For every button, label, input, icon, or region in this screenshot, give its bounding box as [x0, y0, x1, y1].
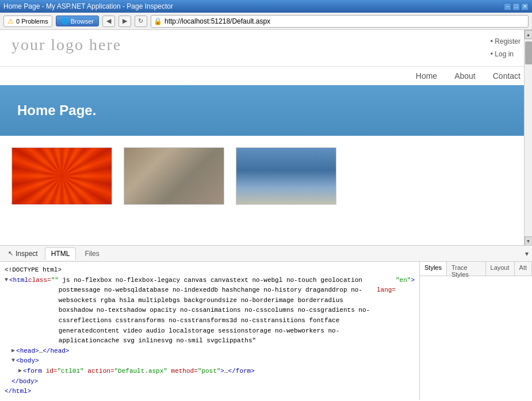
- tab-att[interactable]: Att: [515, 262, 532, 276]
- tab-trace-styles[interactable]: Trace Styles: [447, 262, 486, 276]
- styles-tabs: Styles Trace Styles Layout Att: [420, 262, 532, 276]
- url-icon: 🔒: [154, 17, 162, 25]
- site-image-flower: [12, 147, 112, 205]
- nav-about[interactable]: About: [454, 71, 476, 81]
- scrollbar-right[interactable]: ▲ ▼: [524, 30, 532, 246]
- html-line-doctype: <!DOCTYPE html>: [5, 265, 415, 276]
- html-line-body-open: ▼ <body>: [5, 356, 415, 366]
- cursor-icon: ↖: [8, 250, 13, 257]
- styles-content: [420, 276, 532, 283]
- inspect-label: Inspect: [16, 250, 38, 258]
- site-nav-main: Home About Contact: [0, 66, 532, 85]
- problems-count: 0 Problems: [16, 18, 48, 25]
- nav-contact[interactable]: Contact: [493, 71, 520, 81]
- inspector-chevron[interactable]: ▾: [525, 250, 529, 258]
- html-panel: <!DOCTYPE html> ▼ <html class="" js no-f…: [0, 262, 420, 400]
- browser-viewport: your logo here Register Log in Home Abou…: [0, 30, 532, 246]
- problems-badge: ⚠ 0 Problems: [3, 16, 52, 27]
- tab-html[interactable]: HTML: [45, 247, 76, 260]
- inspector-panel: <!DOCTYPE html> ▼ <html class="" js no-f…: [0, 262, 532, 400]
- forward-button[interactable]: ▶: [118, 16, 131, 27]
- penguin-image: [236, 148, 336, 204]
- tab-styles[interactable]: Styles: [420, 262, 447, 276]
- site-logo: your logo here: [12, 36, 121, 54]
- url-bar[interactable]: 🔒: [151, 15, 529, 28]
- tab-layout[interactable]: Layout: [486, 262, 515, 276]
- title-bar-left: Home Page - My ASP.NET Application - Pag…: [3, 2, 173, 10]
- nav-top-login[interactable]: Log in: [491, 48, 520, 61]
- styles-panel: Styles Trace Styles Layout Att: [420, 262, 532, 400]
- url-input[interactable]: [164, 17, 526, 25]
- site-nav-top: Register Log in: [491, 36, 520, 60]
- warning-icon: ⚠: [7, 17, 14, 25]
- site-header: your logo here Register Log in: [0, 30, 532, 66]
- browser-button[interactable]: 🌐 Browser: [56, 16, 99, 26]
- title-bar-controls: – □ ✕: [504, 3, 529, 10]
- inspect-button[interactable]: ↖ Inspect: [3, 248, 43, 259]
- html-line-head: ▶ <head> … </head>: [5, 346, 415, 357]
- html-line-html-open: ▼ <html class="" js no-flexbox no-flexbo…: [5, 276, 415, 346]
- scroll-up-button[interactable]: ▲: [525, 30, 533, 39]
- title-bar-title: Home Page - My ASP.NET Application - Pag…: [3, 2, 173, 10]
- html-line-html-close: </html>: [5, 387, 415, 397]
- back-button[interactable]: ◀: [102, 16, 115, 27]
- title-bar: Home Page - My ASP.NET Application - Pag…: [0, 0, 532, 13]
- toolbar: ⚠ 0 Problems 🌐 Browser ◀ ▶ ↻ 🔒: [0, 13, 532, 30]
- minimize-button[interactable]: –: [504, 3, 511, 10]
- hero-title: Home Page.: [17, 102, 515, 119]
- flower-image: [12, 148, 112, 204]
- scroll-down-button[interactable]: ▼: [525, 236, 533, 246]
- browser-label: Browser: [71, 18, 94, 25]
- html-line-form: ▶ <form id="ctl01" action="Default.aspx"…: [5, 366, 415, 377]
- refresh-button[interactable]: ↻: [135, 16, 147, 27]
- html-line-body-close: </body>: [5, 377, 415, 387]
- site-hero: Home Page.: [0, 85, 532, 136]
- nav-home[interactable]: Home: [416, 71, 437, 81]
- inspector-tabs: ↖ Inspect HTML Files ▾: [0, 246, 532, 262]
- site-image-penguins: [236, 147, 336, 205]
- scrollbar-thumb[interactable]: [525, 41, 532, 64]
- tab-files[interactable]: Files: [78, 247, 105, 260]
- maximize-button[interactable]: □: [512, 3, 520, 10]
- browser-icon: 🌐: [61, 17, 69, 25]
- koala-image: [124, 148, 224, 204]
- site-image-koala: [124, 147, 224, 205]
- nav-top-register[interactable]: Register: [491, 36, 520, 48]
- site-images: [0, 136, 532, 216]
- close-button[interactable]: ✕: [521, 3, 529, 10]
